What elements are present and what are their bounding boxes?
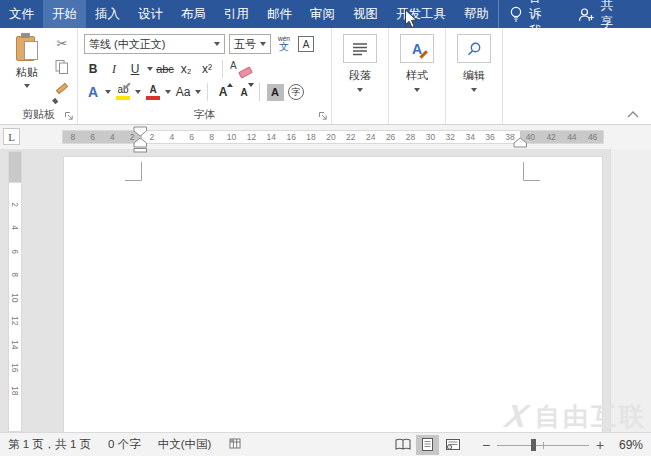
zoom-slider-thumb[interactable] (531, 439, 536, 451)
editing-group[interactable]: 编辑 (446, 28, 503, 124)
ruler-number: 2 (3, 199, 26, 211)
print-layout-button[interactable] (416, 435, 439, 455)
subscript-button[interactable]: x₂ (177, 59, 195, 79)
read-mode-button[interactable] (391, 435, 414, 455)
bold-button[interactable]: B (84, 59, 102, 79)
menu-tab[interactable]: 帮助 (455, 0, 498, 28)
document-area: 24681012141618 X 自由互联 (0, 149, 651, 432)
web-layout-button[interactable] (441, 435, 464, 455)
grow-font-icon (227, 83, 233, 87)
first-line-indent-marker[interactable] (133, 126, 148, 137)
font-name-caret (214, 42, 220, 46)
font-size-caret (260, 42, 266, 46)
mouse-cursor (404, 9, 418, 29)
clear-formatting-button[interactable]: A (229, 59, 253, 79)
word-count[interactable]: 0 个字 (108, 437, 141, 452)
macro-record-button[interactable] (228, 437, 242, 452)
paragraph-group[interactable]: 段落 (332, 28, 389, 124)
cut-button[interactable]: ✂ (52, 34, 72, 52)
scroll-gutter (610, 149, 651, 432)
ruler-number: 8 (202, 131, 222, 143)
menu-tab[interactable]: 邮件 (258, 0, 301, 28)
menu-tab[interactable]: 开始 (43, 0, 86, 28)
text-effects-button[interactable]: A (84, 82, 102, 102)
shrink-font-button[interactable]: A (235, 82, 253, 102)
search-icon (466, 41, 482, 57)
ruler-number: 34 (460, 131, 480, 143)
scissors-icon: ✂ (57, 36, 68, 51)
font-color-button[interactable]: A (144, 82, 162, 102)
left-indent-marker[interactable] (133, 137, 148, 153)
font-color-caret[interactable] (165, 90, 171, 94)
collapse-ribbon-icon[interactable] (627, 111, 639, 118)
superscript-button[interactable]: x² (198, 59, 216, 79)
ruler-number: 16 (281, 131, 301, 143)
ruler-number: 46 (582, 131, 603, 143)
read-mode-icon (395, 438, 411, 451)
crop-mark-top-right (521, 161, 541, 182)
right-indent-marker[interactable] (513, 137, 528, 148)
ruler-number: 32 (440, 131, 460, 143)
character-border-icon: A (298, 36, 314, 52)
paste-label: 粘贴 (16, 65, 38, 80)
font-color-icon: A (149, 85, 156, 95)
character-border-button[interactable]: A (297, 34, 315, 54)
highlight-caret[interactable] (135, 90, 141, 94)
phonetic-guide-button[interactable]: wén 文 (275, 34, 293, 54)
ruler-number: 12 (241, 131, 261, 143)
styles-caret[interactable] (414, 88, 420, 92)
character-shading-button[interactable]: A (266, 82, 284, 102)
dialog-launcher-icon[interactable] (318, 111, 328, 121)
paste-button[interactable]: 粘贴 (6, 33, 48, 109)
zoom-slider[interactable] (497, 439, 589, 451)
copy-button[interactable] (52, 58, 72, 76)
ruler-number: 8 (63, 131, 83, 143)
menu-bar: 文件开始插入设计布局引用邮件审阅视图开发工具帮助 告诉我 共享 (0, 0, 651, 28)
share-button[interactable]: 共享 (601, 0, 617, 31)
zoom-in-button[interactable]: + (593, 437, 607, 453)
page-info[interactable]: 第 1 页，共 1 页 (8, 437, 91, 452)
font-size-combo[interactable]: 五号 (229, 34, 271, 54)
underline-caret[interactable] (147, 67, 153, 71)
editing-caret[interactable] (471, 88, 477, 92)
menu-tab[interactable]: 设计 (129, 0, 172, 28)
zoom-level[interactable]: 69% (607, 438, 643, 452)
enclose-characters-button[interactable]: 字 (287, 82, 305, 102)
menu-tab[interactable]: 文件 (0, 0, 43, 28)
italic-button[interactable]: I (105, 59, 123, 79)
vertical-ruler[interactable]: 24681012141618 (8, 151, 22, 432)
ruler-number: 42 (541, 131, 562, 143)
ruler-number: 10 (3, 292, 26, 304)
macro-record-icon (228, 437, 242, 450)
dialog-launcher-icon[interactable] (64, 111, 74, 121)
styles-group[interactable]: A 样式 (389, 28, 446, 124)
zoom-out-button[interactable]: − (479, 437, 493, 453)
menu-tab[interactable]: 布局 (172, 0, 215, 28)
shrink-font-icon (248, 83, 254, 87)
change-case-caret[interactable] (195, 90, 201, 94)
ruler-number: 4 (103, 131, 123, 143)
ruler-number: 14 (3, 338, 26, 350)
strikethrough-button[interactable]: abc (156, 59, 174, 79)
menu-tabs: 文件开始插入设计布局引用邮件审阅视图开发工具帮助 (0, 0, 498, 28)
font-name-combo[interactable]: 等线 (中文正文) (84, 34, 225, 54)
format-painter-button[interactable] (52, 82, 72, 100)
grow-font-button[interactable]: A (214, 82, 232, 102)
ruler-number: 24 (361, 131, 381, 143)
language-indicator[interactable]: 中文(中国) (158, 437, 212, 452)
menubar-right: 告诉我 共享 (498, 0, 651, 28)
underline-button[interactable]: U (126, 59, 144, 79)
menu-tab[interactable]: 开发工具 (387, 0, 455, 28)
paragraph-caret[interactable] (357, 88, 363, 92)
highlight-button[interactable]: ab (114, 82, 132, 102)
paste-clipboard-icon (15, 33, 39, 62)
tab-stop-selector[interactable]: L (3, 128, 20, 145)
document-page[interactable] (63, 156, 603, 432)
paste-dropdown-caret (24, 84, 30, 88)
text-effects-caret[interactable] (105, 90, 111, 94)
menu-tab[interactable]: 视图 (344, 0, 387, 28)
menu-tab[interactable]: 插入 (86, 0, 129, 28)
menu-tab[interactable]: 审阅 (301, 0, 344, 28)
menu-tab[interactable]: 引用 (215, 0, 258, 28)
change-case-button[interactable]: Aa (174, 82, 192, 102)
